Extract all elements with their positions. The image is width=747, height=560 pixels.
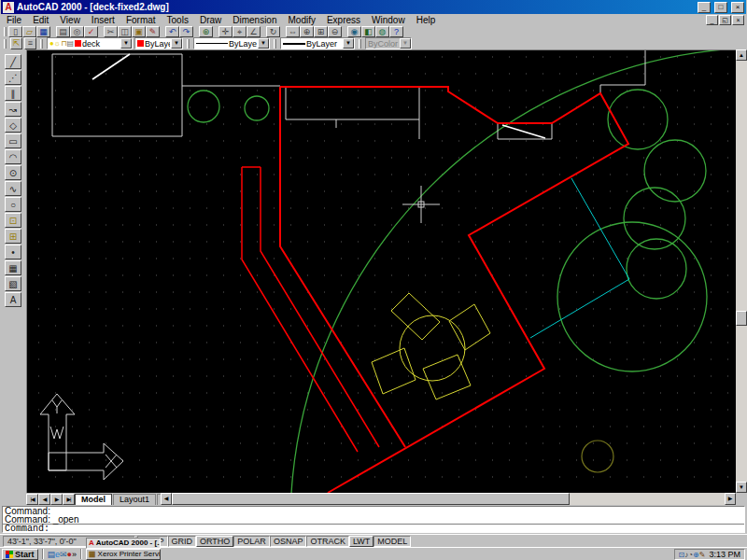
copy-icon[interactable]: ◫ xyxy=(118,26,132,37)
network-icon[interactable]: ⊕ xyxy=(693,551,699,559)
hatch-icon[interactable]: ▦ xyxy=(5,260,21,275)
region-icon[interactable]: ▧ xyxy=(5,276,21,291)
print-icon[interactable]: ▤ xyxy=(56,26,70,37)
designcenter-icon[interactable]: ◧ xyxy=(361,26,375,37)
undo-icon[interactable]: ↶ xyxy=(165,26,179,37)
menu-item-insert[interactable]: Insert xyxy=(86,15,120,25)
line-icon[interactable]: ╱ xyxy=(5,54,21,69)
lineweight-dropdown[interactable]: ByLayer ▼ xyxy=(280,37,355,49)
toolbar-grip[interactable] xyxy=(274,39,276,49)
command-window[interactable]: Command:Command: _open Command: xyxy=(0,505,747,534)
dropdown-arrow-icon[interactable]: ▼ xyxy=(258,38,269,49)
toolbar-grip[interactable] xyxy=(4,39,7,49)
tab-layout1[interactable]: Layout1 xyxy=(113,494,156,505)
menu-item-tools[interactable]: Tools xyxy=(162,15,194,25)
toggle-osnap[interactable]: OSNAP xyxy=(270,536,307,547)
linetype-dropdown[interactable]: ByLayer ▼ xyxy=(193,37,270,49)
make-block-icon[interactable]: ⊞ xyxy=(5,229,21,244)
insert-block-icon[interactable]: ⊡ xyxy=(5,213,21,228)
drawing-canvas[interactable] xyxy=(26,49,736,493)
toggle-polar[interactable]: POLAR xyxy=(233,536,270,547)
toolbar-grip[interactable] xyxy=(40,39,43,49)
save-icon[interactable]: ▦ xyxy=(36,26,50,37)
maximize-button[interactable]: □ xyxy=(714,2,727,13)
color-dropdown[interactable]: ByLayer ▼ xyxy=(134,37,183,49)
mdi-restore-button[interactable]: ◱ xyxy=(719,15,731,25)
multiline-icon[interactable]: ∥ xyxy=(5,86,21,101)
command-prompt[interactable]: Command: xyxy=(3,524,744,533)
scroll-right-icon[interactable]: ▶ xyxy=(725,493,736,505)
open-icon[interactable]: ▱ xyxy=(22,26,36,37)
tab-nav-icon-0[interactable]: |◀ xyxy=(26,494,38,505)
tab-nav-icon-1[interactable]: ◀ xyxy=(38,494,50,505)
temporary-track-icon[interactable]: ✛ xyxy=(218,26,233,37)
snap-from-icon[interactable]: ⌖ xyxy=(233,26,247,37)
toggle-lwt[interactable]: LWT xyxy=(349,536,374,547)
tab-model[interactable]: Model xyxy=(75,494,112,505)
vertical-scrollbar[interactable]: ▲ ▼ xyxy=(736,49,747,493)
arc-icon[interactable]: ◠ xyxy=(5,149,21,164)
menu-item-express[interactable]: Express xyxy=(321,15,366,25)
menu-item-window[interactable]: Window xyxy=(366,15,411,25)
print-preview-icon[interactable]: ◎ xyxy=(70,26,84,37)
menu-item-help[interactable]: Help xyxy=(411,15,442,25)
task-button[interactable]: AAutoCAD 2000 - [... xyxy=(86,538,161,549)
dropdown-arrow-icon[interactable]: ▼ xyxy=(171,38,182,49)
tab-nav-icon-3[interactable]: ▶| xyxy=(63,494,75,505)
construction-line-icon[interactable]: ⋰ xyxy=(5,70,21,85)
point-icon[interactable]: • xyxy=(5,245,21,259)
mtext-icon[interactable]: A xyxy=(5,292,21,307)
close-button[interactable]: × xyxy=(731,2,744,13)
outlook-icon[interactable]: ✉ xyxy=(60,550,67,559)
minimize-button[interactable]: _ xyxy=(698,2,711,13)
menu-item-view[interactable]: View xyxy=(54,15,86,25)
scroll-down-icon[interactable]: ▼ xyxy=(736,482,747,493)
match-properties-icon[interactable]: ✎ xyxy=(146,26,160,37)
start-button[interactable]: Start xyxy=(2,549,38,560)
toggle-model[interactable]: MODEL xyxy=(374,536,411,547)
menu-item-dimension[interactable]: Dimension xyxy=(227,15,282,25)
zoom-window-icon[interactable]: ⊞ xyxy=(314,26,328,37)
redraw-icon[interactable]: ↻ xyxy=(266,26,280,37)
zoom-realtime-icon[interactable]: ⊕ xyxy=(300,26,314,37)
menu-item-modify[interactable]: Modify xyxy=(283,15,321,25)
cut-icon[interactable]: ✂ xyxy=(104,26,118,37)
paste-icon[interactable]: ▣ xyxy=(132,26,146,37)
horizontal-scroll-thumb[interactable] xyxy=(172,493,570,505)
circle-icon[interactable]: ⊙ xyxy=(5,165,21,180)
scroll-left-icon[interactable]: ◀ xyxy=(161,493,172,505)
command-history[interactable]: Command:Command: _open Command: xyxy=(2,506,745,533)
ellipse-icon[interactable]: ○ xyxy=(5,197,21,212)
show-desktop-icon[interactable]: ▤ xyxy=(48,550,56,559)
zoom-previous-icon[interactable]: ⊖ xyxy=(328,26,342,37)
toggle-grid[interactable]: GRID xyxy=(168,536,197,547)
insert-hyperlink-icon[interactable]: ⊛ xyxy=(199,26,213,37)
vertical-scroll-thumb[interactable] xyxy=(736,311,747,326)
new-icon[interactable]: ▯ xyxy=(8,26,22,37)
toolbar-grip[interactable] xyxy=(4,27,7,36)
rectangle-icon[interactable]: ▭ xyxy=(5,133,21,148)
printer-agent-icon[interactable]: ✎ xyxy=(699,551,706,559)
polyline-icon[interactable]: ↝ xyxy=(5,102,21,117)
more-chevron-icon[interactable]: » xyxy=(72,550,77,559)
mdi-minimize-button[interactable]: _ xyxy=(706,15,718,25)
toggle-otrack[interactable]: OTRACK xyxy=(306,536,349,547)
aerial-view-icon[interactable]: ◉ xyxy=(347,26,361,37)
menu-item-draw[interactable]: Draw xyxy=(194,15,227,25)
toggle-ortho[interactable]: ORTHO xyxy=(196,536,233,547)
task-button[interactable]: ▦Xerox Printer Service xyxy=(86,549,161,560)
toolbar-grip[interactable] xyxy=(187,39,190,49)
make-object-layer-current-button[interactable]: ⇱ xyxy=(10,37,22,49)
toolbar-grip[interactable] xyxy=(359,39,361,49)
menu-item-file[interactable]: File xyxy=(1,15,27,25)
menu-item-format[interactable]: Format xyxy=(120,15,162,25)
orbit-icon[interactable]: ◍ xyxy=(375,26,389,37)
redo-icon[interactable]: ↷ xyxy=(179,26,193,37)
tab-nav-icon-2[interactable]: ▶ xyxy=(50,494,63,505)
horizontal-scrollbar[interactable]: ◀ ▶ xyxy=(161,493,736,505)
scroll-up-icon[interactable]: ▲ xyxy=(736,49,747,61)
layers-button[interactable]: ≡ xyxy=(24,37,36,49)
pan-realtime-icon[interactable]: ⇔ xyxy=(286,26,300,37)
layer-dropdown[interactable]: ●☼⊓▤ deck ▼ xyxy=(47,37,133,49)
menu-item-edit[interactable]: Edit xyxy=(27,15,54,25)
